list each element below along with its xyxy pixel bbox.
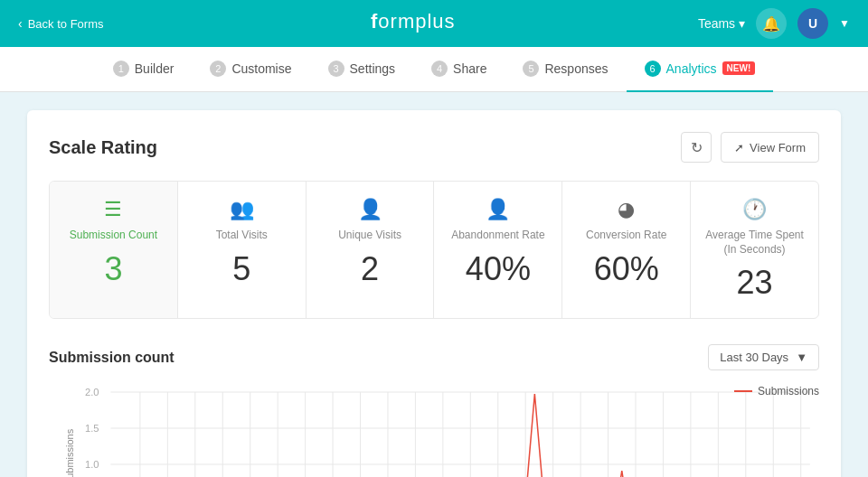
legend-line xyxy=(734,390,752,392)
tab-builder-num: 1 xyxy=(113,61,129,77)
tab-share-num: 4 xyxy=(431,61,448,77)
avg-time-icon: 🕐 xyxy=(742,198,767,221)
back-to-forms-link[interactable]: ‹ Back to Forms xyxy=(18,16,103,31)
stat-abandonment-rate[interactable]: 👤 Abandonment Rate 40% xyxy=(434,182,562,318)
conversion-rate-label: Conversion Rate xyxy=(586,229,666,243)
tab-responses-label: Responses xyxy=(544,61,608,76)
notif-icon: 🔔 xyxy=(762,15,780,33)
page-title: Scale Rating xyxy=(49,137,157,158)
user-avatar[interactable]: U xyxy=(797,8,828,39)
refresh-icon: ↻ xyxy=(691,139,703,156)
abandonment-rate-icon: 👤 xyxy=(486,198,510,221)
unique-visits-icon: 👤 xyxy=(358,198,382,221)
legend-label: Submissions xyxy=(758,385,819,398)
svg-text:formplus: formplus xyxy=(371,10,456,33)
card-header: Scale Rating ↻ ➚ View Form xyxy=(49,132,819,163)
logo-text: formplus xyxy=(371,15,497,38)
card-actions: ↻ ➚ View Form xyxy=(681,132,819,163)
tab-analytics-num: 6 xyxy=(645,61,661,77)
tab-analytics[interactable]: 6 Analytics NEW! xyxy=(627,47,774,92)
tab-responses[interactable]: 5 Responses xyxy=(505,47,626,92)
analytics-new-badge: NEW! xyxy=(722,61,756,75)
teams-label: Teams xyxy=(698,16,735,31)
chart-legend: Submissions xyxy=(734,385,819,398)
conversion-rate-value: 60% xyxy=(594,250,659,288)
chart-wrapper: Submissions Submissions 2.0 1.5 1.0 xyxy=(49,385,819,477)
tab-builder-label: Builder xyxy=(135,61,175,76)
content-card: Scale Rating ↻ ➚ View Form ☰ Submission … xyxy=(27,110,841,477)
nav-right: Teams ▾ 🔔 U ▼ xyxy=(698,8,850,39)
svg-text:1.0: 1.0 xyxy=(85,459,99,470)
avg-time-label: Average Time Spent (In Seconds) xyxy=(703,229,806,257)
unique-visits-value: 2 xyxy=(361,250,379,288)
top-navigation: ‹ Back to Forms formplus Teams ▾ 🔔 U ▼ xyxy=(0,0,868,47)
refresh-button[interactable]: ↻ xyxy=(681,132,712,163)
chart-svg: 2.0 1.5 1.0 xyxy=(85,385,819,477)
stat-total-visits[interactable]: 👥 Total Visits 5 xyxy=(178,182,307,318)
view-form-icon: ➚ xyxy=(734,141,744,154)
main-content: Scale Rating ↻ ➚ View Form ☰ Submission … xyxy=(0,92,868,477)
tab-builder[interactable]: 1 Builder xyxy=(95,47,193,92)
tab-customise-num: 2 xyxy=(210,61,226,77)
view-form-button[interactable]: ➚ View Form xyxy=(721,132,819,163)
notifications-button[interactable]: 🔔 xyxy=(756,8,787,39)
tab-customise-label: Customise xyxy=(231,61,291,76)
submission-count-value: 3 xyxy=(104,250,122,288)
period-caret-icon: ▼ xyxy=(796,351,807,364)
submission-count-icon: ☰ xyxy=(104,198,122,221)
stats-row: ☰ Submission Count 3 👥 Total Visits 5 👤 … xyxy=(49,181,819,319)
tab-settings[interactable]: 3 Settings xyxy=(310,47,414,92)
view-form-label: View Form xyxy=(750,141,806,154)
total-visits-label: Total Visits xyxy=(216,229,268,243)
abandonment-rate-label: Abandonment Rate xyxy=(451,229,544,243)
y-axis-label: Submissions xyxy=(64,429,75,477)
chart-title: Submission count xyxy=(49,350,175,366)
period-select[interactable]: Last 30 Days ▼ xyxy=(708,344,819,370)
tab-customise[interactable]: 2 Customise xyxy=(192,47,309,92)
stat-unique-visits[interactable]: 👤 Unique Visits 2 xyxy=(307,182,435,318)
tab-settings-label: Settings xyxy=(350,61,396,76)
chart-area: Submissions 2.0 1.5 1.0 xyxy=(85,385,819,477)
user-caret-icon[interactable]: ▼ xyxy=(839,17,850,30)
teams-caret-icon: ▾ xyxy=(739,16,745,31)
abandonment-rate-value: 40% xyxy=(466,250,531,288)
logo: formplus xyxy=(371,8,497,39)
tab-share-label: Share xyxy=(453,61,486,76)
period-label: Last 30 Days xyxy=(720,351,788,364)
total-visits-icon: 👥 xyxy=(230,198,254,221)
tab-responses-num: 5 xyxy=(523,61,539,77)
back-label: Back to Forms xyxy=(28,17,104,31)
unique-visits-label: Unique Visits xyxy=(338,229,401,243)
submission-count-label: Submission Count xyxy=(70,229,157,243)
stat-submission-count[interactable]: ☰ Submission Count 3 xyxy=(50,182,178,318)
tab-settings-num: 3 xyxy=(328,61,344,77)
total-visits-value: 5 xyxy=(232,250,250,288)
teams-button[interactable]: Teams ▾ xyxy=(698,16,745,31)
sub-navigation: 1 Builder 2 Customise 3 Settings 4 Share… xyxy=(0,47,868,92)
back-arrow-icon: ‹ xyxy=(18,16,23,31)
chart-header: Submission count Last 30 Days ▼ xyxy=(49,344,819,370)
conversion-rate-icon: ◕ xyxy=(618,198,635,221)
stat-conversion-rate[interactable]: ◕ Conversion Rate 60% xyxy=(562,182,691,318)
avg-time-value: 23 xyxy=(737,264,773,302)
svg-text:2.0: 2.0 xyxy=(85,387,99,398)
tab-share[interactable]: 4 Share xyxy=(413,47,505,92)
stat-avg-time[interactable]: 🕐 Average Time Spent (In Seconds) 23 xyxy=(691,182,818,318)
tab-analytics-label: Analytics xyxy=(666,61,717,76)
svg-text:1.5: 1.5 xyxy=(85,423,99,434)
user-initial: U xyxy=(808,16,817,31)
